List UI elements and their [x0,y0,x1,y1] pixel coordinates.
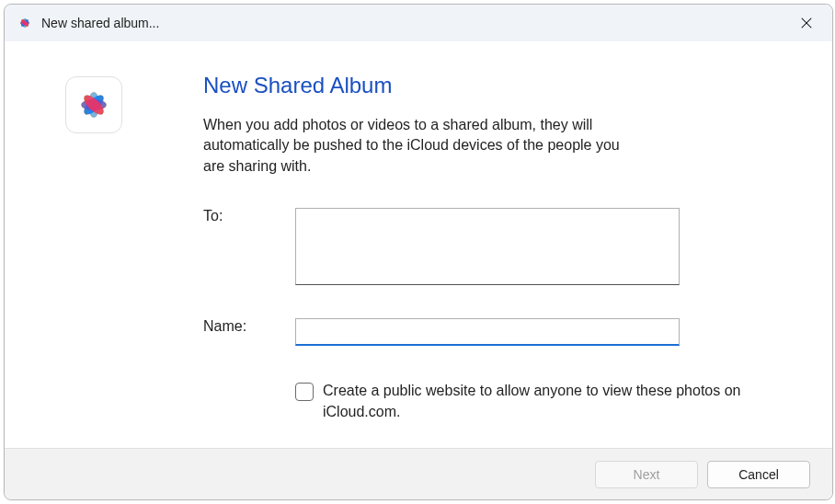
titlebar: New shared album... [5,5,832,41]
to-row: To: [203,208,777,289]
page-description: When you add photos or videos to a share… [203,115,626,177]
page-heading: New Shared Album [203,73,777,98]
form-column: New Shared Album When you add photos or … [139,73,777,439]
name-input[interactable] [295,318,680,346]
window-title: New shared album... [41,16,788,30]
photos-app-icon [16,14,34,32]
close-icon [800,17,813,29]
public-website-row: Create a public website to allow anyone … [295,381,772,422]
dialog-window: New shared album... [4,4,833,500]
next-button[interactable]: Next [595,461,698,488]
to-label: To: [203,208,295,289]
public-website-label: Create a public website to allow anyone … [323,381,772,422]
close-button[interactable] [788,8,825,38]
to-input[interactable] [295,208,680,285]
dialog-footer: Next Cancel [5,448,832,499]
name-label: Name: [203,318,295,346]
photos-icon [65,76,122,133]
icon-column [65,73,139,439]
public-website-checkbox[interactable] [295,383,314,401]
dialog-content: New Shared Album When you add photos or … [5,41,832,448]
cancel-button[interactable]: Cancel [707,461,810,488]
name-row: Name: [203,318,777,346]
